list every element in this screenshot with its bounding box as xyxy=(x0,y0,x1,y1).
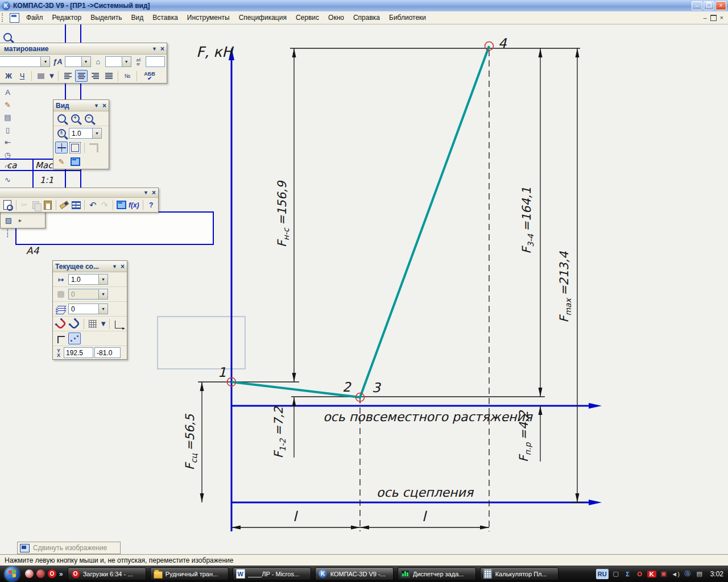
zoom-window-icon[interactable] xyxy=(55,113,68,124)
toolbar-menu-icon[interactable]: ▼ xyxy=(143,190,148,196)
copy-properties-icon[interactable] xyxy=(59,199,70,211)
context-help-icon[interactable]: ? xyxy=(146,199,156,211)
child-restore-icon[interactable] xyxy=(710,15,717,21)
child-close-icon[interactable]: × xyxy=(720,14,723,21)
char-width-icon[interactable]: ⌂ xyxy=(92,56,105,68)
tray-sigma-icon[interactable]: Σ xyxy=(623,571,632,577)
numbered-list-button[interactable]: № xyxy=(121,70,134,82)
local-csys-icon[interactable] xyxy=(113,318,125,330)
toolbar-formatting-titlebar[interactable]: матирование ▼× xyxy=(0,43,167,55)
grid-dropdown-icon[interactable]: ▼ xyxy=(100,318,106,330)
redo-icon[interactable]: ↷ xyxy=(100,199,110,211)
menu-service[interactable]: Сервис xyxy=(291,13,324,23)
print-preview-icon[interactable] xyxy=(2,199,13,211)
flyout-expand-icon[interactable]: ▸ xyxy=(19,217,22,223)
undo-icon[interactable]: ↶ xyxy=(88,199,98,211)
menu-editor[interactable]: Редактор xyxy=(48,13,86,23)
close-icon[interactable]: × xyxy=(121,263,125,271)
spellcheck-button[interactable]: АБВ✔ xyxy=(140,70,159,82)
taskbar-task-word[interactable]: W ____ЛР - Micros... xyxy=(233,567,311,580)
state-combo[interactable]: 0 ▼ xyxy=(68,289,108,300)
spreadsheet-icon[interactable] xyxy=(71,199,82,211)
variables-icon[interactable]: f(x) xyxy=(128,199,140,211)
toolbar-view-titlebar[interactable]: Вид ▼× xyxy=(53,100,109,111)
toolbar-standard-titlebar[interactable]: ▼× xyxy=(0,188,158,198)
tray-kaspersky-icon[interactable]: K xyxy=(647,571,656,577)
close-icon[interactable]: × xyxy=(152,189,156,197)
coord-x-field[interactable] xyxy=(64,347,93,358)
start-button[interactable] xyxy=(1,566,23,581)
book-icon[interactable]: ▤ xyxy=(2,111,14,123)
bold-button[interactable]: Ж xyxy=(2,70,15,82)
menu-select[interactable]: Выделить xyxy=(86,13,126,23)
hatch-icon[interactable]: ▨ xyxy=(3,214,14,226)
menu-libraries[interactable]: Библиотеки xyxy=(384,13,431,23)
zoom-combo[interactable]: 1.0 ▼ xyxy=(69,128,102,139)
measure-tool-icon[interactable]: ┆ xyxy=(2,227,14,239)
align-right-button[interactable] xyxy=(89,70,101,82)
zoom-scale-icon[interactable]: ± xyxy=(55,127,68,139)
toolbar-menu-icon[interactable]: ▼ xyxy=(152,46,157,52)
fit-view-button[interactable] xyxy=(69,142,81,153)
tray-window-icon[interactable]: ▢ xyxy=(611,570,621,577)
snap-points-icon[interactable] xyxy=(68,332,81,344)
line-spacing-icon[interactable]: абвг xyxy=(133,56,145,68)
text-tool-icon[interactable]: A xyxy=(2,86,14,98)
cut-icon[interactable]: ✂ xyxy=(19,199,30,211)
refresh-image-button[interactable]: ✎ xyxy=(55,156,68,168)
tray-display-icon[interactable]: ▣ xyxy=(659,570,668,577)
app-logo-icon[interactable]: K xyxy=(2,2,10,10)
tray-volume-icon[interactable]: ◄) xyxy=(671,571,680,577)
menu-window[interactable]: Окно xyxy=(324,13,349,23)
window-manager-icon[interactable] xyxy=(116,199,127,211)
restore-button[interactable] xyxy=(704,1,714,10)
zoom-out-icon[interactable]: − xyxy=(82,113,95,124)
sheet-icon[interactable]: ▯ xyxy=(2,124,14,135)
menu-tools[interactable]: Инструменты xyxy=(183,13,234,23)
pencil-tool-icon[interactable]: ✎ xyxy=(2,99,14,110)
quicklaunch-opera-icon[interactable]: O xyxy=(48,569,56,578)
copy-icon[interactable] xyxy=(31,199,42,211)
tray-opera-icon[interactable]: O xyxy=(635,571,644,577)
align-left-button[interactable] xyxy=(61,70,74,82)
toolbar-menu-icon[interactable]: ▼ xyxy=(94,103,99,109)
menu-view[interactable]: Вид xyxy=(127,13,148,23)
menu-help[interactable]: Справка xyxy=(349,13,384,23)
taskbar-task-folder[interactable]: Рудничный тран... xyxy=(150,567,229,580)
language-indicator[interactable]: RU xyxy=(596,569,609,579)
ortho-icon[interactable] xyxy=(55,332,67,344)
layer-combo[interactable]: 0 ▼ xyxy=(68,304,108,314)
align-justify-button[interactable] xyxy=(102,70,115,82)
fill-color-button[interactable] xyxy=(35,70,47,82)
taskbar-task-kompas[interactable]: K КОМПАС-3D V9 -... xyxy=(315,567,394,580)
compass-icon[interactable]: ◷ xyxy=(2,149,14,160)
close-button[interactable]: × xyxy=(715,1,726,10)
spacing-combo[interactable]: ▼ xyxy=(105,56,131,67)
point-markers[interactable] xyxy=(228,42,494,402)
font-combo[interactable]: ▼ xyxy=(0,56,50,67)
layers-icon[interactable] xyxy=(55,303,67,315)
dimension-tool-icon[interactable]: ⇤ xyxy=(2,136,14,148)
arc-tool-icon[interactable]: ◠ xyxy=(2,161,14,173)
coord-y-field[interactable] xyxy=(94,347,121,358)
zoom-area-icon[interactable] xyxy=(2,31,14,43)
toolbar-menu-icon[interactable]: ▼ xyxy=(112,264,117,269)
zoom-in-icon[interactable]: + xyxy=(69,113,81,124)
size-combo[interactable]: ▼ xyxy=(65,56,90,67)
show-panel-button[interactable] xyxy=(69,156,81,168)
fill-color-dropdown[interactable]: ▼ xyxy=(48,70,55,82)
quicklaunch-icon-2[interactable] xyxy=(36,569,45,578)
quicklaunch-icon-1[interactable] xyxy=(25,569,34,578)
force-curve[interactable] xyxy=(231,46,489,397)
tray-a-icon[interactable]: ⓐ xyxy=(683,569,692,578)
pan-mode-tab[interactable]: Сдвинуть изображение xyxy=(17,542,121,554)
taskbar-task-calculator[interactable]: Калькулятор Пл... xyxy=(480,567,559,580)
paste-icon[interactable] xyxy=(43,199,53,211)
close-icon[interactable]: × xyxy=(102,102,106,110)
menu-file[interactable]: Файл xyxy=(22,13,48,23)
local-snap-icon[interactable] xyxy=(68,318,81,330)
value-box[interactable] xyxy=(146,56,165,67)
curve-tool-icon[interactable]: ∿ xyxy=(2,174,14,185)
toolbar-grip[interactable] xyxy=(2,13,6,22)
underline-button[interactable]: Ч xyxy=(16,70,28,82)
